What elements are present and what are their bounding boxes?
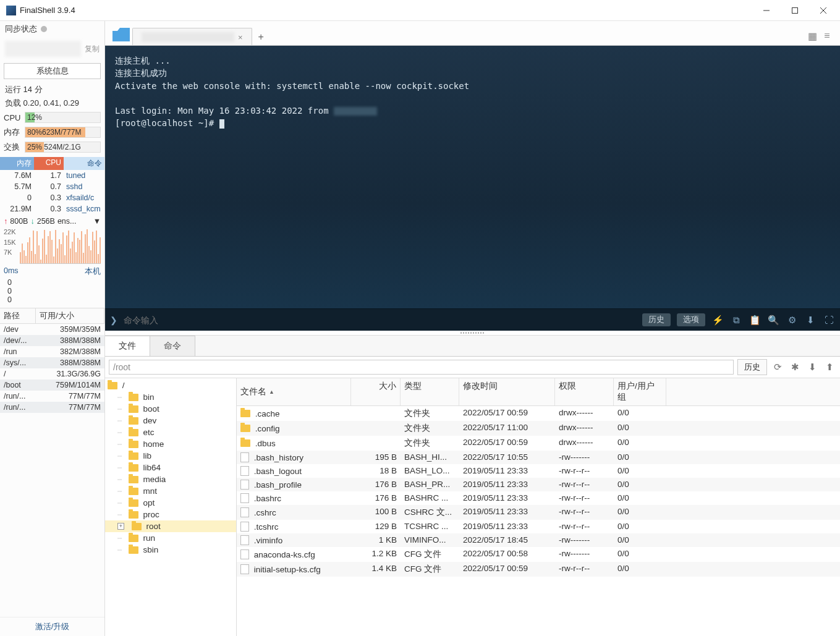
file-row[interactable]: .viminfo1 KBVIMINFO...2022/05/17 18:45-r…: [237, 533, 840, 547]
process-row[interactable]: 21.9M0.3sssd_kcm: [0, 203, 104, 214]
process-row[interactable]: 7.6M1.7tuned: [0, 170, 104, 181]
file-row[interactable]: .bashrc176 BBASHRC ...2019/05/11 23:33-r…: [237, 491, 840, 505]
folder-icon: [129, 488, 138, 495]
col-size[interactable]: 可用/大小: [36, 308, 104, 323]
tree-item-media[interactable]: ┈ media: [105, 473, 236, 485]
col-own[interactable]: 用户/用户组: [614, 378, 666, 405]
path-history-button[interactable]: 历史: [737, 359, 767, 375]
folder-icon: [240, 425, 250, 432]
tree-item-bin[interactable]: ┈ bin: [105, 391, 236, 403]
file-row[interactable]: .cache文件夹2022/05/17 00:59drwx------0/0: [237, 406, 840, 421]
col-type[interactable]: 类型: [401, 378, 459, 405]
folder-icon: [129, 499, 138, 507]
process-row[interactable]: 5.7M0.7sshd: [0, 181, 104, 192]
interface-name: ens...: [57, 217, 77, 226]
splitter-handle[interactable]: [105, 331, 840, 336]
command-input[interactable]: [124, 315, 636, 325]
tree-item-lib[interactable]: ┈ lib: [105, 450, 236, 462]
file-row[interactable]: anaconda-ks.cfg1.2 KBCFG 文件2022/05/17 00…: [237, 547, 840, 562]
new-folder-icon[interactable]: ✱: [788, 362, 802, 373]
file-row[interactable]: .dbus文件夹2022/05/17 00:59drwx------0/0: [237, 436, 840, 451]
close-button[interactable]: [809, 1, 838, 20]
disk-row[interactable]: /run382M/388M: [0, 346, 104, 357]
col-cpu[interactable]: CPU: [34, 157, 64, 170]
network-row[interactable]: ↑800B ↓256B ens... ▼: [0, 214, 104, 226]
copy-icon[interactable]: ⧉: [730, 315, 742, 326]
col-perm[interactable]: 权限: [555, 378, 614, 405]
minimize-button[interactable]: [752, 1, 781, 20]
tree-item-opt[interactable]: ┈ opt: [105, 497, 236, 509]
col-date[interactable]: 修改时间: [459, 378, 555, 405]
folder-icon: [129, 546, 138, 554]
options-button[interactable]: 选项: [677, 313, 705, 326]
disk-row[interactable]: /dev359M/359M: [0, 324, 104, 335]
terminal[interactable]: 连接主机 ... 连接主机成功 Activate the web console…: [105, 46, 840, 308]
disk-row[interactable]: /boot759M/1014M: [0, 379, 104, 391]
paste-icon[interactable]: 📋: [749, 315, 761, 326]
col-path[interactable]: 路径: [0, 308, 36, 323]
disk-row[interactable]: /run/...77M/77M: [0, 402, 104, 413]
tree-item-boot[interactable]: ┈ boot: [105, 403, 236, 415]
sync-label: 同步状态: [5, 23, 37, 35]
refresh-icon[interactable]: ⟳: [771, 362, 784, 373]
col-cmd[interactable]: 命令: [64, 157, 104, 170]
file-row[interactable]: .bash_profile176 BBASH_PR...2019/05/11 2…: [237, 478, 840, 491]
file-row[interactable]: .bash_history195 BBASH_HI...2022/05/17 1…: [237, 451, 840, 464]
disk-row[interactable]: /31.3G/36.9G: [0, 368, 104, 379]
tab-files[interactable]: 文件: [105, 336, 150, 356]
upload-rate: 800B: [10, 217, 28, 226]
gear-icon[interactable]: ⚙: [786, 315, 798, 326]
host-label-redacted: [5, 41, 81, 57]
grid-view-icon[interactable]: ▦: [807, 30, 818, 41]
tree-item-run[interactable]: ┈ run: [105, 532, 236, 544]
expand-icon[interactable]: +: [117, 523, 124, 530]
dropdown-icon[interactable]: ▼: [93, 217, 101, 226]
copy-button[interactable]: 复制: [81, 44, 100, 54]
folder-icon: [240, 410, 250, 417]
file-row[interactable]: .tcshrc129 BTCSHRC ...2019/05/11 23:33-r…: [237, 520, 840, 533]
disk-row[interactable]: /dev/...388M/388M: [0, 335, 104, 346]
connections-icon[interactable]: [112, 28, 130, 41]
tree-item-lib64[interactable]: ┈ lib64: [105, 462, 236, 473]
maximize-button[interactable]: [781, 1, 809, 20]
col-name[interactable]: 文件名 ▲: [237, 378, 351, 405]
tree-item-sbin[interactable]: ┈ sbin: [105, 544, 236, 556]
col-mem[interactable]: 内存: [0, 157, 34, 170]
fullscreen-icon[interactable]: ⛶: [823, 315, 835, 325]
tab-commands[interactable]: 命令: [150, 336, 195, 356]
session-tab-active[interactable]: ×: [132, 28, 252, 45]
file-row[interactable]: .cshrc100 BCSHRC 文...2019/05/11 23:33-rw…: [237, 505, 840, 520]
tree-item-home[interactable]: ┈ home: [105, 438, 236, 450]
bolt-icon[interactable]: ⚡: [711, 315, 724, 326]
directory-tree[interactable]: /┈ bin┈ boot┈ dev┈ etc┈ home┈ lib┈ lib64…: [105, 378, 237, 636]
process-row[interactable]: 00.3xfsaild/c: [0, 192, 104, 203]
file-row[interactable]: initial-setup-ks.cfg1.4 KBCFG 文件2022/05/…: [237, 562, 840, 577]
window-controls: [752, 1, 838, 20]
tree-item-proc[interactable]: ┈ proc: [105, 509, 236, 520]
download-file-icon[interactable]: ⬇: [805, 362, 819, 373]
tree-item-dev[interactable]: ┈ dev: [105, 415, 236, 426]
tree-item-root[interactable]: + root: [105, 520, 236, 532]
download-icon[interactable]: ⬇: [804, 315, 817, 326]
search-icon[interactable]: 🔍: [767, 315, 779, 326]
path-input[interactable]: [109, 360, 734, 375]
tree-root[interactable]: /: [105, 379, 236, 391]
disk-row[interactable]: /run/...77M/77M: [0, 391, 104, 402]
upload-file-icon[interactable]: ⬆: [823, 362, 836, 373]
add-tab-button[interactable]: +: [252, 32, 270, 43]
history-button[interactable]: 历史: [642, 313, 671, 326]
tab-close-icon[interactable]: ×: [238, 33, 243, 42]
file-row[interactable]: .config文件夹2022/05/17 11:00drwx------0/0: [237, 421, 840, 436]
file-list[interactable]: 文件名 ▲ 大小 类型 修改时间 权限 用户/用户组 .cache文件夹2022…: [237, 378, 840, 636]
tree-item-mnt[interactable]: ┈ mnt: [105, 485, 236, 497]
tree-item-etc[interactable]: ┈ etc: [105, 426, 236, 438]
svg-rect-1: [792, 7, 798, 13]
col-size[interactable]: 大小: [351, 378, 401, 405]
disk-row[interactable]: /sys/...388M/388M: [0, 357, 104, 368]
list-view-icon[interactable]: ≡: [821, 30, 833, 41]
folder-icon: [129, 417, 138, 425]
folder-icon: [129, 394, 138, 401]
activate-link[interactable]: 激活/升级: [0, 617, 104, 636]
system-info-button[interactable]: 系统信息: [4, 63, 101, 79]
file-row[interactable]: .bash_logout18 BBASH_LO...2019/05/11 23:…: [237, 464, 840, 478]
